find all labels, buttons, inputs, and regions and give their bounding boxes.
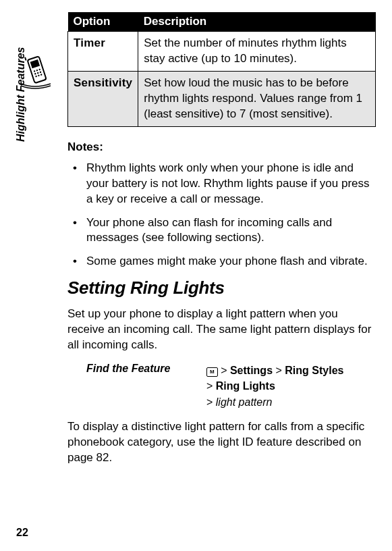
path-sep: > [206,396,213,408]
path-sep: > [206,380,213,392]
th-description: Description [138,12,376,32]
path-settings: Settings [230,365,273,376]
option-description: Set how loud the music has to be before … [138,71,376,126]
list-item: Some games might make your phone flash a… [67,254,376,269]
option-label: Timer [68,32,138,72]
find-feature-path: M > Settings > Ring Styles > Ring Lights… [206,363,343,410]
list-item: Your phone also can flash for incoming c… [67,215,376,246]
option-description: Set the number of minutes rhythm lights … [138,32,376,72]
option-label: Sensitivity [68,71,138,126]
path-ring-lights: Ring Lights [216,380,275,392]
phone-icon [16,53,55,93]
find-feature-label: Find the Feature [67,363,206,375]
menu-key-icon: M [206,367,218,377]
closing-paragraph: To display a distinctive light pattern f… [67,419,376,466]
options-table: Option Description Timer Set the number … [67,12,376,127]
page-number: 22 [16,527,28,539]
table-row: Sensitivity Set how loud the music has t… [68,71,376,126]
path-ring-styles: Ring Styles [285,365,343,376]
svg-line-12 [25,57,26,61]
path-sep: > [276,365,282,376]
notes-list: Rhythm lights work only when your phone … [67,161,376,270]
path-light-pattern: light pattern [216,396,273,408]
table-row: Timer Set the number of minutes rhythm l… [68,32,376,72]
th-option: Option [68,12,138,32]
find-the-feature: Find the Feature M > Settings > Ring Sty… [67,363,376,410]
path-sep: > [221,365,227,376]
notes-heading: Notes: [67,140,376,154]
list-item: Rhythm lights work only when your phone … [67,161,376,207]
intro-paragraph: Set up your phone to display a light pat… [67,307,376,353]
section-heading: Setting Ring Lights [67,278,376,298]
